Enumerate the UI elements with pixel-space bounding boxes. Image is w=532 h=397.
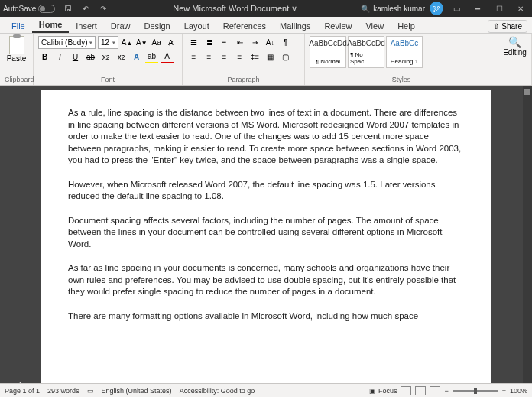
ribbon-options-icon[interactable]: ▭: [448, 5, 465, 13]
minimize-icon[interactable]: ━: [469, 5, 486, 13]
status-accessibility[interactable]: Accessibility: Good to go: [180, 387, 255, 395]
group-label-font: Font: [38, 76, 177, 83]
shrink-font-icon[interactable]: A▼: [135, 36, 148, 49]
increase-indent-icon[interactable]: ⇥: [248, 36, 261, 49]
zoom-in-button[interactable]: +: [502, 387, 506, 395]
maximize-icon[interactable]: ☐: [491, 5, 508, 13]
tab-mailings[interactable]: Mailings: [273, 19, 317, 33]
zoom-out-button[interactable]: −: [444, 387, 448, 395]
share-button[interactable]: ⇧ Share: [488, 20, 527, 33]
tab-insert[interactable]: Insert: [69, 19, 104, 33]
status-bar: Page 1 of 1 293 words ▭ English (United …: [0, 383, 532, 397]
zoom-slider[interactable]: [453, 390, 498, 392]
status-words[interactable]: 293 words: [47, 387, 79, 395]
style-no-spacing[interactable]: AaBbCcDd¶ No Spac...: [348, 36, 384, 68]
sort-icon[interactable]: A↓: [264, 36, 277, 49]
status-page[interactable]: Page 1 of 1: [5, 387, 40, 395]
paragraph[interactable]: Document spacing affects several factors…: [68, 215, 464, 251]
borders-icon[interactable]: ▢: [279, 50, 292, 63]
line-spacing-icon[interactable]: ‡≡: [248, 50, 261, 63]
paragraph[interactable]: However, when Microsoft released Word 20…: [68, 179, 464, 203]
ribbon-tabs: File Home Insert Draw Design Layout Refe…: [0, 17, 532, 34]
document-area: As a rule, line spacing is the distance …: [0, 86, 532, 383]
decrease-indent-icon[interactable]: ⇤: [233, 36, 246, 49]
save-icon[interactable]: 🖫: [61, 2, 74, 15]
grow-font-icon[interactable]: A▲: [121, 36, 133, 49]
tab-layout[interactable]: Layout: [177, 19, 216, 33]
numbering-icon[interactable]: ≣: [203, 36, 216, 49]
highlight-button[interactable]: ab: [145, 50, 158, 63]
tab-references[interactable]: References: [216, 19, 273, 33]
shading-icon[interactable]: ▦: [264, 50, 277, 63]
paragraph[interactable]: As far as line spacing in your documents…: [68, 262, 464, 298]
strike-button[interactable]: ab: [84, 50, 97, 63]
style-heading1[interactable]: AaBbCcHeading 1: [386, 36, 423, 68]
close-icon[interactable]: ✕: [512, 5, 529, 13]
group-label-paragraph: Paragraph: [187, 76, 300, 83]
bullets-icon[interactable]: ☰: [187, 36, 200, 49]
justify-icon[interactable]: ≡: [233, 50, 246, 63]
align-right-icon[interactable]: ≡: [218, 50, 231, 63]
group-styles: AaBbCcDd¶ Normal AaBbCcDd¶ No Spac... Aa…: [305, 34, 498, 85]
web-layout-icon[interactable]: [430, 386, 440, 395]
superscript-button[interactable]: x2: [115, 50, 128, 63]
font-color-button[interactable]: A: [161, 50, 174, 63]
share-icon: ⇧: [493, 22, 499, 31]
document-page[interactable]: As a rule, line spacing is the distance …: [41, 90, 491, 383]
avatar[interactable]: 🕊: [430, 2, 443, 15]
group-paragraph: ☰ ≣ ≡ ⇤ ⇥ A↓ ¶ ≡ ≡ ≡ ≡ ‡≡ ▦ ▢ Paragraph: [183, 34, 305, 85]
vertical-scrollbar[interactable]: [523, 86, 532, 383]
paragraph[interactable]: As a rule, line spacing is the distance …: [68, 107, 464, 167]
autosave-toggle[interactable]: AutoSave: [3, 5, 55, 13]
group-label-styles: Styles: [310, 76, 493, 83]
group-clipboard: Paste Clipboard: [0, 34, 34, 85]
tab-draw[interactable]: Draw: [104, 19, 138, 33]
font-name-select[interactable]: Calibri (Body)▾: [38, 36, 96, 49]
tab-view[interactable]: View: [358, 19, 391, 33]
subscript-button[interactable]: x2: [99, 50, 112, 63]
bold-button[interactable]: B: [38, 50, 51, 63]
mouse-cursor-icon: ➤: [18, 379, 27, 383]
print-layout-icon[interactable]: [415, 386, 426, 395]
group-label-clipboard: Clipboard: [5, 76, 28, 83]
editing-button[interactable]: 🔍 Editing: [503, 36, 527, 57]
group-editing: 🔍 Editing: [498, 34, 532, 85]
search-icon[interactable]: 🔍: [361, 5, 368, 13]
tab-file[interactable]: File: [5, 19, 32, 33]
focus-mode[interactable]: ▣ Focus: [369, 387, 397, 395]
user-name[interactable]: kamlesh kumar: [373, 5, 425, 13]
text-effects-icon[interactable]: A: [130, 50, 143, 63]
paragraph[interactable]: There are many formatting options availa…: [68, 311, 464, 323]
undo-icon[interactable]: ↶: [79, 2, 92, 15]
redo-icon[interactable]: ↷: [96, 2, 109, 15]
tab-help[interactable]: Help: [391, 19, 422, 33]
tab-home[interactable]: Home: [32, 18, 70, 33]
spellcheck-icon[interactable]: ▭: [87, 387, 94, 395]
find-icon: 🔍: [508, 36, 521, 48]
clipboard-icon: [9, 36, 24, 54]
underline-button[interactable]: U: [69, 50, 82, 63]
font-size-select[interactable]: 12▾: [98, 36, 118, 49]
clear-format-icon[interactable]: A̷: [165, 36, 177, 49]
italic-button[interactable]: I: [54, 50, 66, 63]
zoom-level[interactable]: 100%: [510, 387, 527, 395]
style-normal[interactable]: AaBbCcDd¶ Normal: [310, 36, 346, 68]
align-left-icon[interactable]: ≡: [187, 50, 200, 63]
read-mode-icon[interactable]: [401, 386, 411, 395]
multilevel-icon[interactable]: ≡: [218, 36, 231, 49]
align-center-icon[interactable]: ≡: [203, 50, 216, 63]
change-case-icon[interactable]: Aa: [151, 36, 163, 49]
document-title[interactable]: New Microsoft Word Document ∨: [109, 4, 361, 14]
group-font: Calibri (Body)▾ 12▾ A▲ A▼ Aa A̷ B I U ab…: [34, 34, 183, 85]
tab-design[interactable]: Design: [137, 19, 177, 33]
ribbon: Paste Clipboard Calibri (Body)▾ 12▾ A▲ A…: [0, 34, 532, 86]
titlebar: AutoSave 🖫 ↶ ↷ New Microsoft Word Docume…: [0, 0, 532, 17]
show-marks-icon[interactable]: ¶: [279, 36, 292, 49]
status-language[interactable]: English (United States): [102, 387, 172, 395]
paste-button[interactable]: Paste: [5, 36, 28, 63]
tab-review[interactable]: Review: [317, 19, 358, 33]
